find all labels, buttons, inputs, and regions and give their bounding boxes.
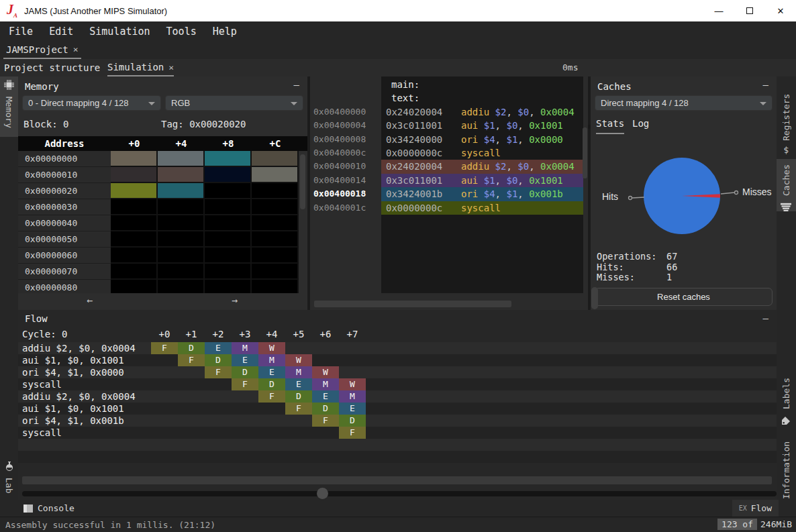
minimize-panel-icon[interactable]: — — [294, 79, 299, 90]
memory-cell[interactable] — [205, 248, 252, 264]
disassembly-line[interactable]: 0x004000180x3424001bori $4, $1, 0x001b — [310, 187, 583, 201]
maximize-button[interactable] — [734, 0, 765, 21]
memory-cell[interactable] — [205, 280, 252, 293]
tab-simulation[interactable]: Simulation × — [107, 59, 174, 76]
disassembly-line[interactable]: 0x004000000x24020004addiu $2, $0, 0x0004 — [310, 105, 583, 119]
disassembly-line[interactable]: 0x0040001c0x0000000csyscall — [310, 201, 583, 215]
memory-cell[interactable] — [111, 248, 158, 264]
menu-tools[interactable]: Tools — [166, 25, 197, 38]
heap-indicator[interactable]: 123 of 246MiB — [717, 519, 794, 530]
memory-cell[interactable] — [205, 167, 252, 183]
memory-cell[interactable] — [111, 183, 158, 199]
memory-table-row: 0x00000020 — [18, 183, 299, 199]
pipeline-stage-cell: D — [258, 378, 285, 390]
panel-scrollbar-thumb[interactable] — [591, 287, 598, 309]
memory-cell[interactable] — [252, 167, 299, 183]
rail-tab-lab[interactable]: Lab — [0, 458, 18, 502]
previous-page-button[interactable]: ← — [87, 295, 93, 307]
disassembly-panel: main:text:0x004000000x24020004addiu $2, … — [310, 76, 588, 310]
memory-cell[interactable] — [205, 151, 252, 167]
memory-scrollbar[interactable] — [300, 154, 305, 209]
memory-cell[interactable] — [158, 264, 205, 280]
flow-slider-handle[interactable] — [317, 488, 328, 499]
tab-flow[interactable]: EX Flow — [732, 500, 779, 517]
cache-config-select[interactable]: Direct mapping 4 / 128 — [595, 95, 773, 111]
memory-cell[interactable] — [111, 199, 158, 215]
memory-cell[interactable] — [158, 167, 205, 183]
disassembly-line[interactable]: 0x0040000c0x0000000csyscall — [310, 146, 583, 160]
flow-hscrollbar[interactable] — [22, 476, 772, 484]
menu-help[interactable]: Help — [213, 25, 237, 38]
memory-cell[interactable] — [111, 151, 158, 167]
memory-cell[interactable] — [205, 199, 252, 215]
close-tab-icon[interactable]: × — [168, 62, 174, 72]
tab-jamsproject[interactable]: JAMSProject × — [3, 41, 81, 59]
instruction-address: 0x00400008 — [310, 133, 381, 146]
memory-cell[interactable] — [111, 231, 158, 248]
memory-cell[interactable] — [252, 248, 299, 264]
memory-cell[interactable] — [158, 215, 205, 231]
memory-cell[interactable] — [111, 264, 158, 280]
memory-cell[interactable] — [111, 280, 158, 293]
menu-file[interactable]: File — [9, 25, 33, 38]
instruction-text: text: — [391, 91, 419, 105]
machine-code: 0x24020004 — [386, 160, 456, 173]
minimize-panel-icon[interactable]: — — [763, 79, 768, 90]
memory-cell[interactable] — [252, 264, 299, 280]
close-button[interactable]: ✕ — [765, 0, 796, 21]
disassembly-line[interactable]: 0x004000140x3c011001aui $1, $0, 0x1001 — [310, 174, 583, 187]
cache-stack-icon — [781, 201, 792, 211]
disassembly-line[interactable]: text: — [310, 91, 583, 105]
pipeline-stage-cell: M — [232, 342, 258, 354]
rail-tab-registers[interactable]: $ Registers — [777, 81, 796, 156]
memory-cell[interactable] — [252, 183, 299, 199]
tab-log[interactable]: Log — [632, 118, 649, 134]
disassembly-vscrollbar[interactable] — [583, 127, 587, 178]
token: , — [529, 107, 540, 117]
pipeline-stage-cell: E — [312, 390, 339, 403]
menu-edit[interactable]: Edit — [49, 25, 73, 38]
token — [478, 134, 483, 145]
memory-cell[interactable] — [158, 280, 205, 293]
tab-stats[interactable]: Stats — [596, 118, 624, 134]
rail-tab-labels[interactable]: Labels — [777, 373, 796, 425]
memory-cell[interactable] — [252, 280, 299, 293]
memory-table-row: 0x00000050 — [18, 231, 299, 248]
disassembly-line[interactable]: main: — [310, 78, 583, 91]
memory-cell[interactable] — [111, 215, 158, 231]
memory-cell[interactable] — [158, 248, 205, 264]
memory-cell[interactable] — [252, 231, 299, 248]
memory-cell[interactable] — [205, 264, 252, 280]
memory-cell[interactable] — [252, 151, 299, 167]
next-page-button[interactable]: → — [232, 295, 238, 307]
disassembly-hscrollbar[interactable] — [314, 301, 511, 307]
memory-cell[interactable] — [158, 231, 205, 248]
disassembly-line[interactable]: 0x004000080x34240000ori $4, $1, 0x0000 — [310, 133, 583, 146]
memory-cell[interactable] — [205, 215, 252, 231]
memory-cell[interactable] — [205, 183, 252, 199]
minimize-button[interactable]: — — [703, 0, 734, 21]
memory-cell[interactable] — [158, 183, 205, 199]
tab-project-structure[interactable]: Project structure — [4, 59, 100, 76]
memory-cell[interactable] — [205, 231, 252, 248]
close-tab-icon[interactable]: × — [73, 44, 79, 54]
memory-cell[interactable] — [111, 167, 158, 183]
minimize-panel-icon[interactable]: — — [763, 313, 768, 323]
token: aui — [461, 175, 478, 186]
menu-simulation[interactable]: Simulation — [89, 25, 150, 38]
instruction-text: ori $4, $1, 0x001b — [461, 187, 563, 201]
memory-cell[interactable] — [252, 215, 299, 231]
flow-time-slider[interactable] — [22, 491, 777, 496]
tab-console[interactable]: Console — [23, 500, 74, 517]
rail-tab-memory[interactable]: Memory — [0, 76, 18, 137]
disassembly-line[interactable]: 0x004000100x24020004addiu $2, $0, 0x0004 — [310, 160, 583, 173]
disassembly-line[interactable]: 0x004000040x3c011001aui $1, $0, 0x1001 — [310, 119, 583, 132]
rail-tab-caches[interactable]: Caches — [777, 159, 796, 211]
memory-cache-select[interactable]: 0 - Direct mapping 4 / 128 — [22, 95, 161, 111]
reset-caches-button[interactable]: Reset caches — [595, 288, 773, 306]
memory-cell[interactable] — [158, 199, 205, 215]
memory-cell[interactable] — [252, 199, 299, 215]
memory-display-select[interactable]: RGB — [165, 95, 303, 111]
memory-address: 0x00000030 — [18, 199, 111, 215]
memory-cell[interactable] — [158, 151, 205, 167]
